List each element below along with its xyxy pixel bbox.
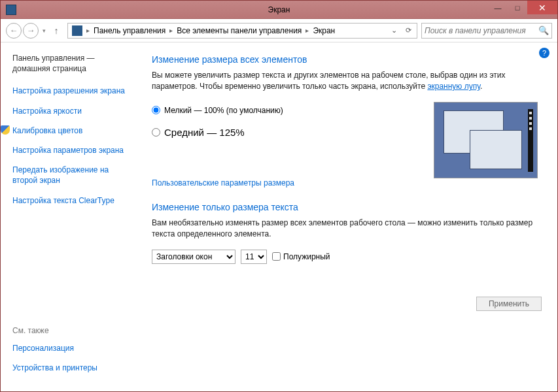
search-input[interactable] <box>425 26 538 35</box>
forward-button[interactable]: → <box>23 23 39 39</box>
desc-text-only: Вам необязательно изменять размер всех э… <box>152 218 542 240</box>
magnifier-link[interactable]: экранную лупу <box>427 82 480 91</box>
chevron-right-icon[interactable]: ▸ <box>168 27 174 34</box>
see-also-heading: См. также <box>12 326 132 335</box>
back-button[interactable]: ← <box>6 23 22 39</box>
heading-resize-all: Изменение размера всех элементов <box>152 54 542 65</box>
search-box[interactable]: 🔍 <box>421 23 552 39</box>
chevron-right-icon[interactable]: ▸ <box>304 27 310 34</box>
radio-small-input[interactable] <box>152 106 160 114</box>
app-icon <box>6 5 16 15</box>
address-bar[interactable]: ▸ Панель управления ▸ Все элементы панел… <box>67 23 417 39</box>
radio-medium-input[interactable] <box>152 128 160 137</box>
size-select[interactable]: 11 <box>241 250 267 264</box>
sidebar-cleartype[interactable]: Настройка текста ClearType <box>12 195 132 206</box>
desc-resize-all: Вы можете увеличить размер текста и друг… <box>152 70 542 93</box>
bold-checkbox-label: Полужирный <box>283 252 330 261</box>
shield-icon <box>1 125 10 135</box>
close-button[interactable]: ✕ <box>527 1 557 14</box>
breadcrumb-control-panel[interactable]: Панель управления <box>91 26 168 35</box>
sidebar-calibration-label: Калибровка цветов <box>12 125 82 136</box>
main-content: Изменение размера всех элементов Вы може… <box>141 42 557 391</box>
bold-checkbox-input[interactable] <box>272 252 281 261</box>
sidebar-calibration[interactable]: Калибровка цветов <box>12 125 132 136</box>
titlebar: Экран — □ ✕ <box>1 1 557 19</box>
history-dropdown[interactable]: ▾ <box>40 27 48 34</box>
minimize-button[interactable]: — <box>488 1 508 14</box>
preview-image <box>434 102 538 178</box>
address-dropdown[interactable]: ⌄ <box>387 26 401 35</box>
chevron-right-icon[interactable]: ▸ <box>85 27 91 34</box>
up-button[interactable]: ↑ <box>49 24 63 38</box>
sidebar-personalization[interactable]: Персонализация <box>12 343 132 353</box>
element-select[interactable]: Заголовки окон <box>152 250 235 264</box>
sidebar: Панель управления — домашняя страница На… <box>1 42 141 391</box>
radio-medium[interactable]: Средний — 125% <box>152 127 434 138</box>
search-icon[interactable]: 🔍 <box>538 25 549 35</box>
breadcrumb-all-items[interactable]: Все элементы панели управления <box>174 26 304 35</box>
sidebar-brightness[interactable]: Настройка яркости <box>12 106 132 116</box>
window-title: Экран <box>268 5 290 14</box>
refresh-button[interactable]: ⟳ <box>401 26 415 35</box>
bold-checkbox[interactable]: Полужирный <box>272 252 330 261</box>
sidebar-project[interactable]: Передать изображение на второй экран <box>12 165 132 186</box>
radio-medium-label: Средний — 125% <box>164 127 245 138</box>
breadcrumb-display[interactable]: Экран <box>310 26 338 35</box>
navbar: ← → ▾ ↑ ▸ Панель управления ▸ Все элемен… <box>1 19 557 42</box>
location-icon <box>72 25 82 36</box>
maximize-button[interactable]: □ <box>508 1 527 14</box>
radio-small[interactable]: Мелкий — 100% (по умолчанию) <box>152 106 434 115</box>
heading-text-only: Изменение только размера текста <box>152 202 542 212</box>
sidebar-params[interactable]: Настройка параметров экрана <box>12 145 132 155</box>
apply-button[interactable]: Применить <box>476 297 542 311</box>
sidebar-home[interactable]: Панель управления — домашняя страница <box>12 53 132 74</box>
sidebar-devices[interactable]: Устройства и принтеры <box>12 363 132 373</box>
custom-size-link[interactable]: Пользовательские параметры размера <box>152 178 294 188</box>
sidebar-resolution[interactable]: Настройка разрешения экрана <box>12 86 132 96</box>
radio-small-label: Мелкий — 100% (по умолчанию) <box>164 106 283 115</box>
